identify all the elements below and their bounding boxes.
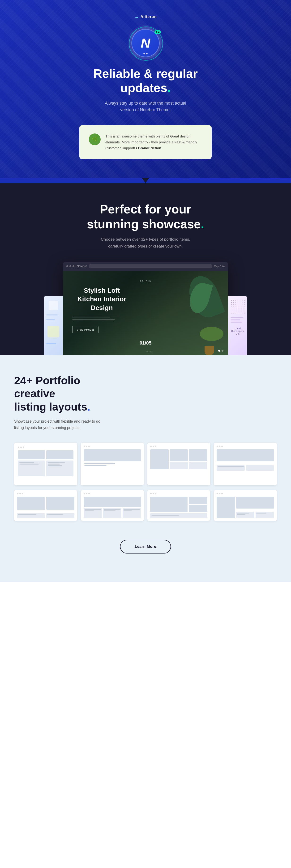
nav-dot-2 xyxy=(222,350,223,352)
cell-3d xyxy=(170,462,188,469)
cell-8d xyxy=(256,512,274,518)
leaf-icon: 🌿 xyxy=(92,136,98,143)
lc-dot-9 xyxy=(155,445,156,447)
layout-preview-7 xyxy=(150,497,208,518)
card-header-4 xyxy=(217,445,274,447)
cell-3e xyxy=(189,462,207,469)
lc-dot-13 xyxy=(17,493,19,494)
lc-dot-10 xyxy=(217,445,218,447)
dots-pattern xyxy=(230,300,245,314)
updates-subtitle: Always stay up to date with the most act… xyxy=(98,100,193,114)
dot-1 xyxy=(66,265,68,267)
lc-dot-4 xyxy=(84,445,85,447)
arrow-2 xyxy=(146,53,148,55)
lc-dot-5 xyxy=(86,445,87,447)
lc-dot-17 xyxy=(86,493,87,494)
cell-2a xyxy=(84,450,141,461)
t5-1 xyxy=(18,514,36,515)
lc-dot-20 xyxy=(153,493,154,494)
card-header-7 xyxy=(150,493,208,494)
t5-2 xyxy=(47,514,63,515)
badge-letter: N xyxy=(141,36,150,50)
t6-1 xyxy=(84,509,101,510)
nav-dots xyxy=(218,350,223,352)
testimonial-text: This is an awesome theme with plenty of … xyxy=(105,133,202,151)
layout-preview-5 xyxy=(17,497,74,518)
side-line-2 xyxy=(46,319,55,320)
browser-meta: May 7 #n xyxy=(214,265,225,268)
cell-7b xyxy=(189,497,207,504)
browser-main: Norebro May 7 #n Studio Stylish Loft Kit… xyxy=(63,262,228,355)
cell-4b xyxy=(217,465,245,471)
t4-1 xyxy=(218,466,244,467)
layout-card-1 xyxy=(14,443,77,485)
cell-c xyxy=(18,461,45,476)
browser-site-name: Norebro xyxy=(77,265,87,268)
right-lines: ...andDevelopersCo. xyxy=(230,317,245,335)
lc-dot-11 xyxy=(219,445,220,447)
nav-dot-1 xyxy=(218,350,220,352)
layout-preview-6 xyxy=(84,497,141,518)
cell-row-7 xyxy=(150,497,208,512)
testimonial-card: 🌿 This is an awesome theme with plenty o… xyxy=(79,125,212,159)
t6-4 xyxy=(104,510,115,511)
text-1 xyxy=(20,462,34,463)
browser-dots xyxy=(66,265,74,267)
lc-dot-19 xyxy=(150,493,152,494)
lc-dot-12 xyxy=(221,445,223,447)
cell-6b xyxy=(84,508,102,518)
cell-7c xyxy=(189,505,207,512)
layout-card-8 xyxy=(214,490,277,521)
cell-b xyxy=(46,450,73,459)
card-header-1 xyxy=(18,446,73,448)
cell-d xyxy=(46,461,73,476)
learn-more-button[interactable]: Learn More xyxy=(120,540,171,554)
layout-preview-1 xyxy=(18,450,73,476)
cell-5b xyxy=(46,497,74,510)
browser-mockup: Norebro May 7 #n Studio Stylish Loft Kit… xyxy=(5,262,286,355)
updates-section: ☁ Aliterun N 1.4 Reliable & regular upda… xyxy=(0,0,291,178)
desc-line-1 xyxy=(72,316,119,316)
t8-2 xyxy=(237,514,245,515)
t6-6 xyxy=(123,510,132,511)
cell-5a xyxy=(17,497,45,510)
cell-col-7 xyxy=(189,497,207,512)
card-header-8 xyxy=(217,493,274,494)
arrow-1 xyxy=(143,53,145,55)
portfolio-description: Showcase your project with flexible and … xyxy=(14,418,104,431)
lc-dot-18 xyxy=(88,493,90,494)
cell-4c xyxy=(246,465,274,471)
view-project-btn[interactable]: View Project xyxy=(72,326,99,333)
section-pointer xyxy=(142,178,149,183)
dot-3 xyxy=(73,265,74,267)
r-line-2 xyxy=(230,319,241,320)
portfolio-section: 24+ Portfolio creative listing layouts. … xyxy=(0,355,291,582)
r-label-brand: ...andDevelopersCo. xyxy=(230,327,245,335)
text-3 xyxy=(48,462,65,463)
lc-dot-2 xyxy=(20,446,22,448)
browser-content: Studio Stylish Loft Kitchen Interior Des… xyxy=(63,271,228,355)
plants-decoration xyxy=(137,271,228,355)
r-line-1 xyxy=(230,317,243,318)
cell-a xyxy=(18,450,45,459)
side-line-1 xyxy=(46,314,58,315)
cell-7d xyxy=(150,513,208,518)
t6-5 xyxy=(123,509,140,510)
t8-3 xyxy=(256,513,266,514)
t6-3 xyxy=(104,509,120,510)
side-panel-content-right: ...andDevelopersCo. xyxy=(228,296,247,339)
layouts-row-2 xyxy=(14,490,277,521)
lc-dot-24 xyxy=(221,493,223,494)
cell-row-6 xyxy=(84,508,141,518)
t2-2 xyxy=(84,465,107,466)
lc-dot-23 xyxy=(219,493,220,494)
cell-3c xyxy=(189,450,207,461)
side-icon xyxy=(49,301,58,310)
cell-3b xyxy=(170,450,188,461)
side-line-3 xyxy=(46,343,56,344)
showcase-subtitle: Choose between over 32+ types of portfol… xyxy=(94,236,197,250)
t7-1 xyxy=(152,516,179,516)
portfolio-title: Stylish Loft Kitchen Interior Design xyxy=(72,286,131,312)
browser-url-bar xyxy=(89,264,211,268)
lc-dot-7 xyxy=(150,445,152,447)
